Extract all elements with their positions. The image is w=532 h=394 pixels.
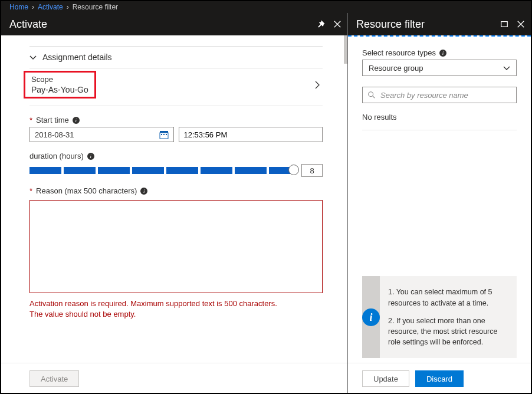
svg-rect-5 [501, 22, 508, 27]
side-title: Resource filter [356, 18, 425, 31]
search-placeholder: Search by resource name [380, 91, 468, 100]
required-icon: * [29, 116, 32, 124]
update-button[interactable]: Update [362, 370, 409, 387]
info-note-1: 1. You can select maximum of 5 resources… [388, 287, 508, 308]
info-icon[interactable]: i [439, 50, 446, 57]
reason-error-1: Activation reason is required. Maximum s… [29, 298, 323, 309]
close-icon[interactable] [333, 20, 341, 28]
chevron-right-icon: › [32, 3, 34, 11]
duration-label: duration (hours) [29, 152, 84, 160]
duration-slider[interactable] [29, 167, 294, 174]
svg-rect-4 [166, 134, 167, 135]
reason-textarea[interactable] [29, 200, 323, 293]
pin-icon[interactable] [317, 20, 325, 28]
close-icon[interactable] [517, 20, 525, 28]
scope-value: Pay-As-You-Go [31, 85, 88, 94]
svg-rect-3 [163, 134, 165, 135]
resource-filter-header: Resource filter [348, 13, 531, 35]
assignment-details-toggle[interactable]: Assignment details [29, 46, 323, 68]
info-icon[interactable]: i [73, 117, 80, 124]
resource-filter-footer: Update Discard [348, 363, 531, 394]
activate-footer: Activate [1, 363, 347, 394]
section-title: Assignment details [42, 52, 112, 62]
resource-type-select[interactable]: Resource group [362, 60, 517, 76]
svg-rect-1 [160, 133, 168, 139]
breadcrumb-home[interactable]: Home [9, 3, 28, 11]
activate-header: Activate [1, 13, 347, 35]
svg-point-6 [369, 92, 373, 97]
chevron-right-icon [314, 80, 320, 90]
maximize-icon[interactable] [500, 20, 508, 28]
breadcrumb-current: Resource filter [73, 3, 118, 11]
chevron-right-icon: › [67, 3, 69, 11]
reason-label: Reason (max 500 characters) [36, 186, 137, 195]
activate-button: Activate [29, 370, 79, 387]
reason-error-2: The value should not be empty. [29, 309, 323, 320]
start-date-value: 2018-08-31 [35, 130, 74, 139]
resource-filter-panel: Resource filter Select resource types i … [348, 13, 531, 394]
info-icon[interactable]: i [87, 153, 94, 160]
calendar-icon[interactable] [159, 130, 169, 139]
info-note-2: 2. If you select more than one resource,… [388, 316, 508, 347]
start-time-input[interactable] [179, 127, 323, 142]
scope-label: Scope [31, 75, 88, 84]
discard-button[interactable]: Discard [415, 370, 464, 387]
start-date-input[interactable]: 2018-08-31 [29, 127, 174, 142]
select-resource-types-label: Select resource types [362, 48, 436, 57]
breadcrumb-activate[interactable]: Activate [38, 3, 63, 11]
start-time-label: Start time [36, 116, 69, 124]
slider-thumb[interactable] [288, 165, 299, 175]
page-title: Activate [9, 18, 47, 31]
info-card: i 1. You can select maximum of 5 resourc… [362, 276, 517, 358]
chevron-down-icon [503, 64, 510, 71]
info-icon[interactable]: i [140, 188, 147, 195]
svg-rect-2 [161, 134, 162, 135]
breadcrumb: Home › Activate › Resource filter [1, 1, 531, 13]
scope-row[interactable]: Scope Pay-As-You-Go [29, 71, 323, 106]
no-results-text: No results [362, 113, 517, 130]
info-icon: i [362, 308, 380, 326]
resource-search-input[interactable]: Search by resource name [362, 87, 517, 103]
chevron-down-icon [29, 54, 37, 61]
scrollbar[interactable] [344, 35, 347, 64]
resource-type-value: Resource group [369, 64, 423, 73]
required-icon: * [29, 186, 32, 195]
activate-panel: Activate Assignment details Scope Pay-As… [1, 13, 348, 394]
duration-value-box[interactable]: 8 [301, 164, 323, 177]
search-icon [367, 91, 376, 99]
